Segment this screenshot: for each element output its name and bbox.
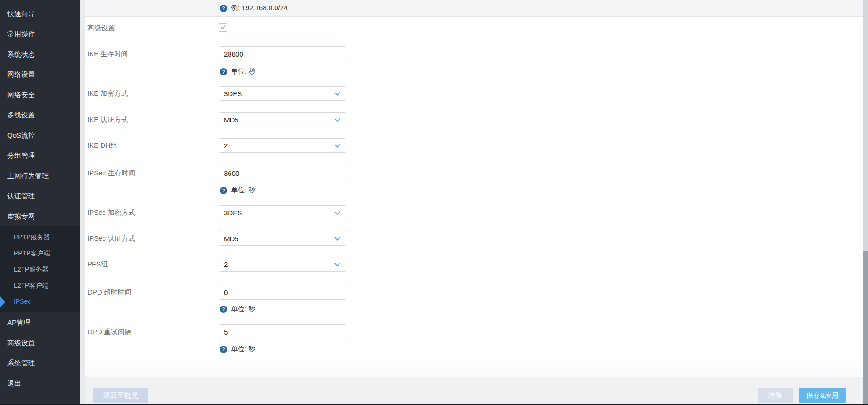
field-row-ike-dh-group: IKE DH组 2 <box>85 138 863 153</box>
sidebar-item-logout[interactable]: 退出 <box>0 373 80 393</box>
field-row-ike-encryption: IKE 加密方式 3DES <box>85 86 863 101</box>
sidebar-main-nav: 快速向导 常用操作 系统状态 网络设置 网络安全 多线设置 QoS流控 分组管理… <box>0 0 80 226</box>
sidebar-item-system-mgmt[interactable]: 系统管理 <box>0 353 80 373</box>
ipsec-encryption-select[interactable]: 3DES <box>219 205 346 220</box>
vpn-submenu: PPTP服务器 PPTP客户端 L2TP服务器 L2TP客户端 IPSec <box>0 226 80 312</box>
field-label: IKE 生存时间 <box>87 50 128 58</box>
hint-text: 单位: 秒 <box>231 67 255 76</box>
ipsec-auth-select[interactable]: MD5 <box>219 231 346 246</box>
chevron-down-icon <box>334 209 340 215</box>
field-label: IPSec 认证方式 <box>87 234 135 243</box>
field-label: IKE 认证方式 <box>87 116 128 124</box>
hint-text: 单位: 秒 <box>231 186 255 195</box>
scrollbar-thumb[interactable] <box>863 251 868 404</box>
field-label: DPD 重试间隔 <box>87 328 132 336</box>
field-label: PFS组 <box>87 260 108 269</box>
hint-text: 单位: 秒 <box>231 305 255 313</box>
active-item-arrow-icon <box>0 296 5 308</box>
submenu-item-label: IPSec <box>14 298 31 305</box>
ipsec-form-panel: ? 例: 192.168.0.0/24 高级设置 IKE 生存时间 ? 单位: … <box>85 0 863 405</box>
help-icon[interactable]: ? <box>220 5 227 12</box>
save-apply-button[interactable]: 保存&应用 <box>799 388 846 403</box>
field-row-dpd-retry: DPD 重试间隔 <box>85 324 863 339</box>
select-value: 2 <box>224 142 228 150</box>
select-value: MD5 <box>224 116 239 124</box>
submenu-item-ipsec[interactable]: IPSec <box>0 294 80 310</box>
field-label: 高级设置 <box>87 24 115 33</box>
footer-action-bar: 返回至概况 清除 保存&应用 <box>85 377 863 404</box>
select-value: 3DES <box>224 209 242 217</box>
field-row-ipsec-auth: IPSec 认证方式 MD5 <box>85 231 863 246</box>
sidebar-item-ap-mgmt[interactable]: AP管理 <box>0 312 80 333</box>
field-row-dpd-timeout: DPD 超时时间 <box>85 285 863 300</box>
chevron-down-icon <box>334 260 340 266</box>
field-label: DPD 超时时间 <box>87 288 132 297</box>
checkmark-icon <box>221 24 226 29</box>
sidebar-item-common-ops[interactable]: 常用操作 <box>0 24 80 44</box>
sidebar-content-gutter <box>80 0 85 405</box>
dpd-timeout-input[interactable] <box>219 285 346 300</box>
field-row-advanced-settings: 高级设置 <box>85 23 863 33</box>
sidebar-item-quick-wizard[interactable]: 快速向导 <box>0 4 80 24</box>
chevron-down-icon <box>334 90 340 96</box>
field-row-ipsec-lifetime: IPSec 生存时间 <box>85 166 863 180</box>
sidebar-item-system-status[interactable]: 系统状态 <box>0 44 80 64</box>
submenu-item-pptp-server[interactable]: PPTP服务器 <box>0 229 80 245</box>
hint-text: 单位: 秒 <box>231 345 255 353</box>
sidebar-item-group-mgmt[interactable]: 分组管理 <box>0 145 80 166</box>
select-value: 2 <box>224 260 228 268</box>
clear-button[interactable]: 清除 <box>758 388 793 403</box>
sidebar-item-qos[interactable]: QoS流控 <box>0 125 80 145</box>
select-value: 3DES <box>224 90 242 98</box>
unit-seconds-hint: ? 单位: 秒 <box>220 345 255 353</box>
submenu-item-pptp-client[interactable]: PPTP客户端 <box>0 245 80 261</box>
help-icon[interactable]: ? <box>220 346 227 353</box>
field-row-ike-auth: IKE 认证方式 MD5 <box>85 112 863 127</box>
sidebar-item-auth-mgmt[interactable]: 认证管理 <box>0 186 80 206</box>
sidebar-item-vpn[interactable]: 虚拟专网 <box>0 206 80 226</box>
unit-seconds-hint: ? 单位: 秒 <box>220 305 255 313</box>
chevron-down-icon <box>334 116 340 122</box>
submenu-item-l2tp-server[interactable]: L2TP服务器 <box>0 261 80 278</box>
ipsec-lifetime-input[interactable] <box>219 166 346 180</box>
help-icon[interactable]: ? <box>220 306 227 313</box>
field-row-ipsec-encryption: IPSec 加密方式 3DES <box>85 205 863 220</box>
hint-text: 例: 192.168.0.0/24 <box>231 4 287 12</box>
unit-seconds-hint: ? 单位: 秒 <box>220 186 255 194</box>
help-icon[interactable]: ? <box>220 68 227 75</box>
chevron-down-icon <box>334 142 340 148</box>
sidebar: 快速向导 常用操作 系统状态 网络设置 网络安全 多线设置 QoS流控 分组管理… <box>0 0 80 405</box>
previous-field-hint-band: ? 例: 192.168.0.0/24 <box>85 0 863 17</box>
pre-footer-band <box>85 367 863 377</box>
dpd-retry-input[interactable] <box>219 324 346 339</box>
field-label: IPSec 加密方式 <box>87 208 135 217</box>
vertical-scrollbar[interactable] <box>863 0 868 405</box>
field-label: IKE 加密方式 <box>87 89 128 98</box>
select-value: MD5 <box>224 235 239 243</box>
sidebar-item-advanced[interactable]: 高级设置 <box>0 333 80 353</box>
ike-dh-group-select[interactable]: 2 <box>219 138 346 153</box>
field-label: IPSec 生存时间 <box>87 169 135 178</box>
subnet-example-hint: ? 例: 192.168.0.0/24 <box>220 4 287 12</box>
pfs-group-select[interactable]: 2 <box>219 257 346 272</box>
sidebar-item-network-settings[interactable]: 网络设置 <box>0 64 80 85</box>
field-row-ike-lifetime: IKE 生存时间 <box>85 46 863 61</box>
back-to-overview-button[interactable]: 返回至概况 <box>93 388 148 403</box>
ike-auth-select[interactable]: MD5 <box>219 112 346 127</box>
unit-seconds-hint: ? 单位: 秒 <box>220 68 255 75</box>
sidebar-item-behavior-mgmt[interactable]: 上网行为管理 <box>0 166 80 186</box>
sidebar-bottom-nav: AP管理 高级设置 系统管理 退出 <box>0 312 80 393</box>
submenu-item-l2tp-client[interactable]: L2TP客户端 <box>0 278 80 294</box>
field-label: IKE DH组 <box>87 141 117 150</box>
sidebar-item-network-security[interactable]: 网络安全 <box>0 85 80 105</box>
field-row-pfs-group: PFS组 2 <box>85 257 863 272</box>
ipsec-settings-page: 快速向导 常用操作 系统状态 网络设置 网络安全 多线设置 QoS流控 分组管理… <box>0 0 868 405</box>
advanced-settings-checkbox[interactable] <box>219 23 227 32</box>
ike-lifetime-input[interactable] <box>219 46 346 61</box>
sidebar-item-multiline[interactable]: 多线设置 <box>0 105 80 125</box>
chevron-down-icon <box>334 235 340 241</box>
help-icon[interactable]: ? <box>220 187 227 194</box>
ike-encryption-select[interactable]: 3DES <box>219 86 346 101</box>
